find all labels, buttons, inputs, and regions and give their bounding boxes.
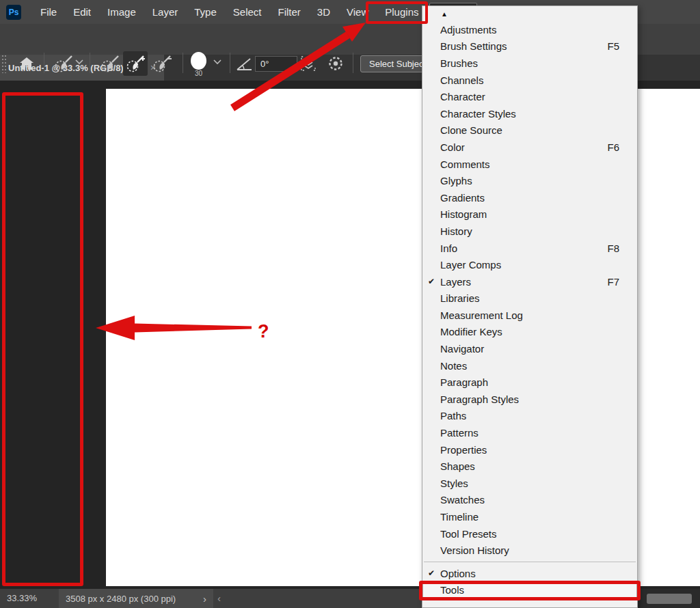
window-menu-item[interactable]: ✔ Timeline — [422, 508, 637, 525]
window-menu-item[interactable]: ✔ Layer Comps — [422, 256, 637, 273]
window-menu-item[interactable]: ✔ Tool Presets — [422, 525, 637, 542]
window-menu-item[interactable]: ✔ History — [422, 223, 637, 240]
window-menu-item[interactable]: ✔ Adjustments — [422, 21, 637, 38]
window-menu-item[interactable]: ✔ Color F6 — [422, 139, 637, 156]
menu-separator — [424, 562, 636, 562]
subtract-from-selection-icon[interactable] — [152, 54, 172, 74]
menubar-item[interactable]: Layer — [147, 3, 184, 22]
menu-item-label: Paragraph Styles — [440, 393, 619, 405]
gear-settings-icon[interactable] — [327, 55, 345, 72]
menu-item-label: Patterns — [440, 427, 619, 439]
window-menu-item[interactable]: ✔ Paragraph — [422, 374, 637, 391]
menu-item-label: Styles — [440, 478, 619, 489]
menu-item-label: Layers — [440, 276, 607, 288]
window-menu-item[interactable]: ✔ Version History — [422, 542, 637, 559]
window-menu-item[interactable]: ✔ Brushes — [422, 55, 637, 72]
angle-input[interactable]: 0° — [255, 56, 297, 72]
menubar-item[interactable]: 3D — [312, 3, 336, 22]
separator — [230, 53, 230, 73]
brush-size-label: 30 — [189, 70, 208, 77]
window-menu-item[interactable]: ✔ Info F8 — [422, 240, 637, 257]
photoshop-window: Ps File Edit Image Layer Type Select Fil… — [0, 0, 700, 608]
window-menu-item[interactable]: ✔ Modifier Keys — [422, 324, 637, 341]
window-menu-item[interactable]: ✔ Glyphs — [422, 172, 637, 189]
document-info[interactable]: 3508 px x 2480 px (300 ppi) › — [59, 589, 213, 608]
menu-item-shortcut: F8 — [607, 243, 637, 254]
separator — [353, 53, 353, 73]
angle-icon — [235, 55, 253, 73]
selection-brush-tool-icon[interactable] — [53, 54, 74, 74]
menu-item-label: Paths — [440, 410, 619, 422]
checkmark-icon: ✔ — [422, 277, 440, 286]
panel-grip[interactable] — [5, 55, 6, 73]
panel-grip[interactable] — [2, 55, 3, 73]
window-menu-highlight-box — [366, 1, 428, 24]
tools-item-highlight-box — [419, 581, 641, 600]
separator — [183, 53, 183, 73]
status-chevron-icon[interactable]: › — [203, 593, 206, 605]
menu-scroll-up-icon[interactable]: ▲ — [422, 6, 637, 21]
window-menu-item[interactable]: ✔ Properties — [422, 441, 637, 458]
window-menu-item[interactable]: ✔ Paths — [422, 408, 637, 425]
sample-all-layers-icon[interactable] — [299, 55, 317, 72]
new-selection-icon[interactable] — [100, 54, 120, 74]
menu-item-label: Timeline — [440, 511, 619, 523]
menubar-item[interactable]: File — [35, 3, 62, 22]
window-menu-item[interactable]: ✔ Shapes — [422, 458, 637, 475]
window-menu-item[interactable]: ✔ Channels — [422, 72, 637, 89]
window-menu-item[interactable]: ✔ Character — [422, 88, 637, 105]
menu-item-label: Modifier Keys — [440, 326, 619, 337]
document-dimensions: 3508 px x 2480 px (300 ppi) — [66, 594, 176, 604]
menu-item-label: Adjustments — [440, 24, 619, 36]
menu-item-label: Info — [440, 243, 607, 254]
menu-item-label: Brush Settings — [440, 40, 607, 52]
window-menu-item[interactable]: ✔ Options — [422, 565, 637, 582]
chevron-down-icon[interactable] — [213, 59, 221, 65]
window-menu-item[interactable]: ✔ Styles — [422, 475, 637, 492]
window-menu-item[interactable]: ✔ Histogram — [422, 206, 637, 223]
window-menu-items: ✔ Adjustments ✔ Brush Settings F5 ✔ Brus… — [422, 21, 637, 598]
window-menu-item[interactable]: ✔ Comments — [422, 156, 637, 173]
menu-item-label: Properties — [440, 444, 619, 456]
menu-item-label: Swatches — [440, 494, 619, 506]
window-menu-item[interactable]: ✔ Layers F7 — [422, 273, 637, 290]
window-menu-item[interactable]: ✔ Libraries — [422, 290, 637, 307]
menubar-item[interactable]: Edit — [68, 3, 96, 22]
scrollbar-left-arrow-icon[interactable]: ‹ — [217, 589, 221, 608]
menu-item-label: Histogram — [440, 208, 619, 220]
zoom-level[interactable]: 33.33% — [7, 589, 37, 608]
chevron-down-icon[interactable] — [75, 59, 83, 65]
window-menu-item[interactable]: ✔ Paragraph Styles — [422, 391, 637, 408]
menu-item-label: Tool Presets — [440, 528, 619, 540]
separator — [90, 53, 90, 73]
add-to-selection-icon[interactable] — [125, 54, 146, 74]
photoshop-logo-icon[interactable]: Ps — [6, 5, 21, 20]
menu-item-label: Channels — [440, 74, 619, 86]
menu-item-label: Navigator — [440, 343, 619, 355]
menu-item-label: Clone Source — [440, 124, 619, 136]
menu-item-label: Measurement Log — [440, 309, 619, 321]
brush-preview[interactable] — [191, 52, 206, 70]
menu-item-shortcut: F7 — [607, 276, 637, 288]
window-menu-item[interactable]: ✔ Gradients — [422, 189, 637, 206]
menubar-item[interactable]: Image — [102, 3, 142, 22]
window-menu-item[interactable]: ✔ Character Styles — [422, 105, 637, 122]
menubar-item[interactable]: Select — [228, 3, 267, 22]
menu-item-shortcut: F5 — [607, 40, 637, 52]
window-menu-item[interactable]: ✔ Clone Source — [422, 122, 637, 139]
menubar-item[interactable]: Filter — [273, 3, 306, 22]
window-menu-item[interactable]: ✔ Patterns — [422, 424, 637, 441]
window-menu-item[interactable]: ✔ Brush Settings F5 — [422, 38, 637, 55]
home-icon[interactable] — [18, 55, 35, 72]
window-menu-item[interactable]: ✔ Swatches — [422, 492, 637, 509]
window-menu-item[interactable]: ✔ Measurement Log — [422, 307, 637, 324]
scrollbar-thumb[interactable] — [647, 594, 692, 604]
menu-item-label: Version History — [440, 544, 619, 556]
menu-item-label: Comments — [440, 158, 619, 170]
window-menu-item[interactable]: ✔ Navigator — [422, 340, 637, 357]
menu-item-label: Color — [440, 141, 607, 153]
horizontal-scrollbar[interactable] — [638, 589, 700, 608]
menu-item-label: Gradients — [440, 192, 619, 204]
window-menu-item[interactable]: ✔ Notes — [422, 357, 637, 374]
menubar-item[interactable]: Type — [189, 3, 222, 22]
